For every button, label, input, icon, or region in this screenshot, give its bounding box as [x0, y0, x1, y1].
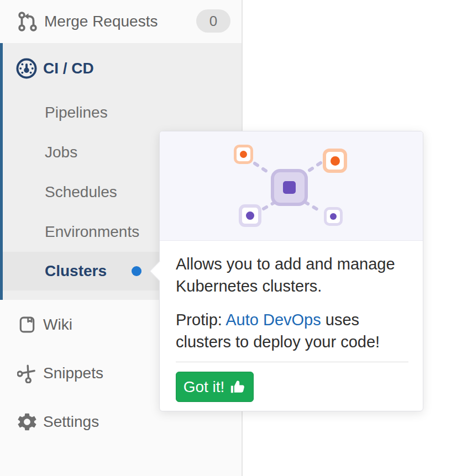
got-it-button[interactable]: Got it!	[176, 372, 254, 402]
sidebar-item-label: Snippets	[43, 364, 103, 382]
merge-requests-count-badge: 0	[196, 9, 230, 33]
cluster-node-orange-large	[323, 149, 347, 173]
popover-protip: Protip: Auto DevOps uses clusters to dep…	[176, 309, 415, 353]
description-line2: Kubernetes clusters.	[176, 277, 322, 295]
node-dot	[331, 156, 340, 166]
got-it-button-label: Got it!	[183, 378, 225, 396]
sidebar-item-label: Settings	[43, 413, 99, 431]
cluster-center-node	[271, 169, 308, 206]
scissors-icon	[17, 363, 37, 383]
description-line1: Allows you to add and manage	[176, 255, 395, 273]
node-dot	[330, 213, 337, 220]
notification-dot	[132, 266, 141, 276]
thumbs-up-icon	[229, 379, 246, 395]
kubernetes-cluster-illustration	[160, 131, 423, 241]
merge-request-icon	[16, 10, 39, 33]
protip-prefix: Protip:	[176, 311, 225, 329]
sidebar-item-label: Clusters	[45, 262, 107, 280]
cluster-node-purple-large	[239, 204, 261, 227]
gauge-icon	[15, 57, 38, 80]
active-section-indicator	[0, 43, 3, 300]
protip-mid: uses	[321, 311, 359, 329]
node-dot	[240, 151, 247, 158]
sidebar-item-label: Environments	[45, 223, 139, 241]
sidebar-item-pipelines[interactable]: Pipelines	[0, 93, 242, 133]
auto-devops-link[interactable]: Auto DevOps	[225, 311, 321, 329]
sidebar-item-merge-requests[interactable]: Merge Requests 0	[0, 0, 242, 43]
book-icon	[17, 315, 37, 334]
node-dot	[246, 211, 254, 220]
sidebar-item-label: Wiki	[43, 316, 72, 334]
cluster-node-orange-small	[234, 145, 253, 164]
clusters-feature-popover: Allows you to add and manage Kubernetes …	[159, 131, 423, 411]
popover-body: Allows you to add and manage Kubernetes …	[176, 253, 415, 353]
gear-icon	[17, 411, 37, 432]
sidebar-item-label: CI / CD	[43, 60, 94, 77]
sidebar-item-label: Pipelines	[45, 104, 108, 121]
cluster-node-purple-small	[324, 207, 343, 226]
sidebar-item-label: Merge Requests	[44, 13, 158, 30]
sidebar-item-ci-cd[interactable]: CI / CD	[0, 54, 242, 83]
popover-description: Allows you to add and manage Kubernetes …	[176, 253, 415, 297]
sidebar-item-label: Jobs	[45, 144, 77, 161]
protip-line2: clusters to deploy your code!	[176, 333, 380, 351]
sidebar-item-label: Schedules	[45, 183, 117, 201]
popover-divider	[176, 362, 408, 362]
center-square	[283, 181, 296, 194]
